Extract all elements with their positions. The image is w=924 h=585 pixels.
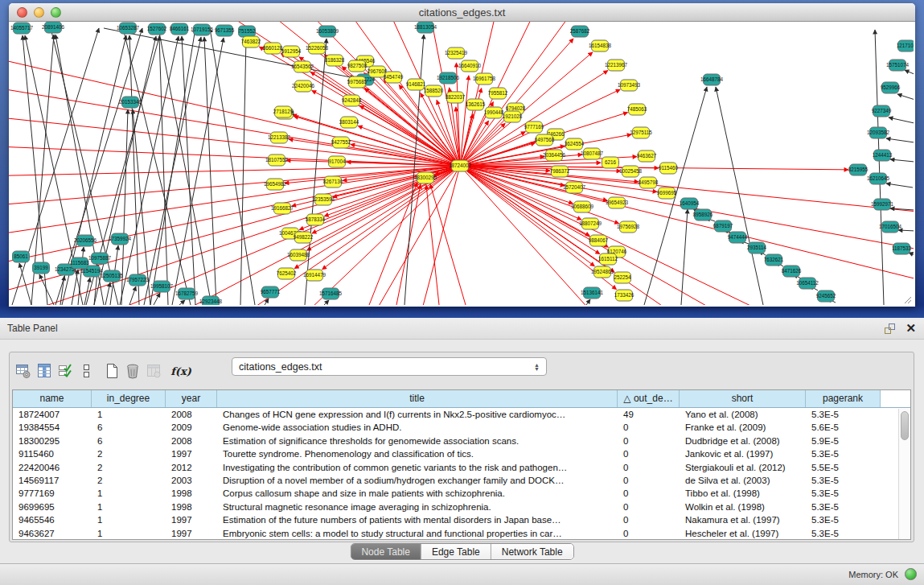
table-cell[interactable]: 5.3E-5 [806, 408, 881, 421]
graph-node[interactable]: 8267130 [323, 176, 343, 187]
graph-node[interactable]: 20153346 [119, 97, 142, 108]
graph-node[interactable]: 10975887 [88, 253, 112, 264]
vertical-scrollbar[interactable] [898, 409, 910, 539]
column-header-pagerank[interactable]: pagerank [806, 390, 881, 407]
tab-node-table[interactable]: Node Table [351, 544, 421, 559]
citation-edge-black[interactable] [60, 276, 64, 305]
graph-node[interactable]: 10973493 [618, 80, 641, 91]
citation-edge-black[interactable] [179, 300, 185, 305]
table-cell[interactable]: 6 [92, 435, 166, 447]
graph-node[interactable]: 9245652 [816, 290, 836, 302]
graph-node[interactable]: 10654112 [796, 278, 819, 289]
graph-node[interactable]: 8466161 [170, 23, 190, 35]
graph-node[interactable]: 8958926 [693, 209, 713, 220]
table-cell[interactable]: 0 [618, 474, 680, 487]
select-rows-button[interactable] [55, 360, 76, 382]
graph-node[interactable]: 20891406 [42, 22, 65, 33]
graph-node[interactable]: 1990448 [484, 107, 504, 118]
graph-node[interactable]: 5878334 [306, 214, 326, 225]
table-cell[interactable]: 5.6E-5 [806, 421, 881, 434]
table-cell[interactable]: 18300295 [13, 435, 92, 447]
table-cell[interactable]: 5.3E-5 [806, 513, 881, 526]
graph-node[interactable]: 6497568 [535, 134, 555, 146]
citation-edge-black[interactable] [240, 39, 246, 305]
table-row[interactable]: 946554611997Estimation of the future num… [13, 513, 910, 526]
table-cell[interactable]: 5.3E-5 [806, 447, 881, 460]
graph-node[interactable]: 22420046 [292, 80, 315, 92]
citation-edge-black[interactable] [897, 94, 914, 101]
table-selector-dropdown[interactable]: citations_edges.txt ▲▼ [232, 357, 547, 376]
graph-node[interactable]: 8427552 [331, 137, 351, 148]
graph-node[interactable]: 16640910 [458, 60, 482, 72]
table-cell[interactable]: 1 [92, 527, 166, 540]
graph-node[interactable]: 85061 [13, 251, 30, 262]
graph-node[interactable]: 1244413 [873, 150, 893, 161]
graph-node[interactable]: 9884067 [589, 235, 609, 246]
table-cell[interactable]: 9465546 [13, 513, 92, 526]
table-cell[interactable]: 1 [92, 487, 166, 500]
graph-node[interactable]: 12975115 [630, 127, 652, 138]
graph-node[interactable]: 16914479 [303, 270, 326, 281]
table-cell[interactable]: 14569117 [13, 474, 92, 487]
graph-node[interactable]: 2935114 [747, 242, 767, 253]
table-cell[interactable]: Yano et al. (2008) [680, 408, 806, 421]
graph-node[interactable]: 8471626 [782, 266, 802, 277]
graph-node[interactable]: 8660128 [263, 43, 283, 54]
row-height-button[interactable] [76, 360, 97, 382]
table-cell[interactable]: 2008 [166, 408, 217, 421]
table-cell[interactable]: 2009 [166, 421, 217, 434]
table-cell[interactable]: 9463627 [13, 527, 92, 540]
graph-node[interactable]: 5975685 [347, 76, 368, 88]
table-cell[interactable]: 1998 [166, 487, 217, 500]
table-cell[interactable]: Corpus callosum shape and size in male p… [217, 487, 618, 500]
citation-graph[interactable]: 1405571720891406106532871527602846616110… [9, 22, 914, 305]
graph-node[interactable]: 19218506 [437, 72, 460, 84]
citation-edge-red[interactable] [460, 22, 580, 166]
table-cell[interactable]: Investigating the contribution of common… [217, 461, 618, 474]
table-cell[interactable]: Wolkin et al. (1998) [680, 501, 806, 513]
table-row[interactable]: 946362711997Embryonic stem cells: a mode… [13, 527, 910, 540]
graph-node[interactable]: 7485063 [627, 104, 647, 115]
table-cell[interactable]: 5.3E-5 [806, 474, 881, 487]
graph-node[interactable]: 18107552 [265, 154, 289, 166]
graph-node[interactable]: 15720407 [563, 182, 586, 193]
table-cell[interactable]: Franke et al. (2009) [680, 421, 806, 434]
graph-node[interactable]: 18724007 [449, 160, 472, 171]
table-cell[interactable]: 0 [618, 421, 680, 434]
graph-node[interactable]: 751552 [238, 26, 256, 37]
table-cell[interactable]: Hescheler et al. (1997) [680, 527, 806, 540]
graph-node[interactable]: 8186328 [325, 55, 345, 66]
table-cell[interactable]: Estimation of significance thresholds fo… [217, 435, 618, 447]
close-panel-icon[interactable]: ✕ [906, 322, 916, 335]
tab-network-table[interactable]: Network Table [491, 544, 573, 559]
graph-node[interactable]: 18807249 [579, 218, 602, 229]
table-cell[interactable]: 0 [618, 447, 680, 460]
import-table-button[interactable] [143, 360, 164, 382]
column-header-year[interactable]: year [166, 390, 217, 407]
table-cell[interactable]: 1998 [166, 501, 217, 513]
graph-node[interactable]: 16210645 [867, 173, 890, 184]
table-row[interactable]: 1456911722003Disruption of a novel membe… [13, 474, 910, 487]
citation-edge-black[interactable] [324, 300, 329, 305]
citation-edge-red[interactable] [9, 115, 460, 166]
citation-edge-black[interactable] [120, 36, 179, 305]
graph-node[interactable]: 14055717 [10, 23, 34, 34]
graph-node[interactable]: 1615112 [598, 253, 618, 265]
graph-node[interactable]: 20364456 [543, 150, 566, 161]
graph-node[interactable]: 15226058 [306, 43, 329, 54]
graph-node[interactable]: 15992971 [871, 199, 894, 210]
citation-edge-black[interactable] [681, 209, 688, 305]
graph-node[interactable]: 16154838 [589, 40, 612, 51]
table-cell[interactable]: Nakamura et al. (1997) [680, 513, 806, 526]
column-header-title[interactable]: title [217, 390, 618, 407]
citation-edge-black[interactable] [886, 138, 914, 142]
graph-node[interactable]: 252254 [614, 272, 631, 283]
graph-node[interactable]: 917004 [328, 156, 346, 167]
table-settings-button[interactable] [13, 360, 34, 382]
graph-node[interactable]: 10719155 [191, 24, 214, 35]
graph-node[interactable]: 9827508 [347, 60, 368, 72]
table-cell[interactable]: Embryonic stem cells: a model to study s… [217, 527, 618, 540]
table-cell[interactable]: 1997 [166, 527, 217, 540]
graph-node[interactable]: 7463822 [241, 36, 261, 47]
graph-node[interactable]: 19654923 [606, 197, 629, 208]
